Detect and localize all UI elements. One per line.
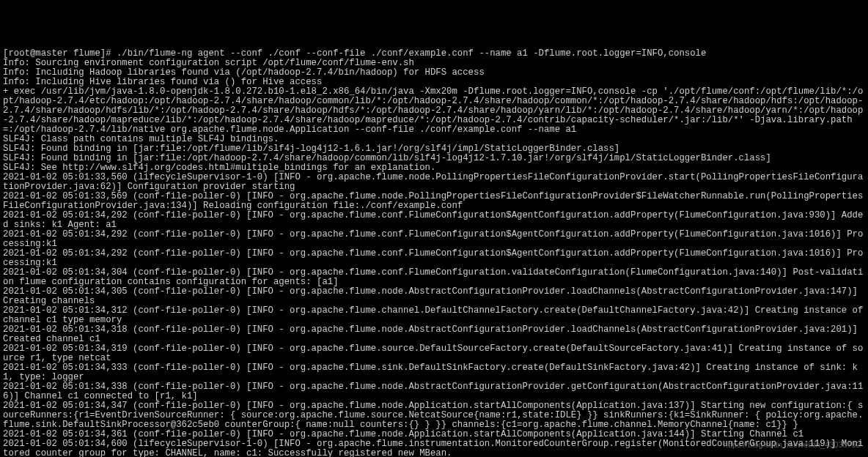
terminal-line: 2021-01-02 05:01:34,338 (conf-file-polle…: [3, 382, 865, 401]
terminal-line: 2021-01-02 05:01:34,347 (conf-file-polle…: [3, 401, 865, 430]
terminal-line: 2021-01-02 05:01:34,319 (conf-file-polle…: [3, 344, 865, 363]
terminal-line: 2021-01-02 05:01:34,318 (conf-file-polle…: [3, 325, 865, 344]
terminal-line: 2021-01-02 05:01:33,560 (lifecycleSuperv…: [3, 173, 865, 192]
terminal-line: 2021-01-02 05:01:34,292 (conf-file-polle…: [3, 249, 865, 268]
watermark-text: https://blog.csdn.net/weixin_43038752: [724, 440, 861, 450]
terminal-line: 2021-01-02 05:01:34,312 (conf-file-polle…: [3, 306, 865, 325]
terminal-line: 2021-01-02 05:01:34,292 (conf-file-polle…: [3, 230, 865, 249]
terminal-line: 2021-01-02 05:01:33,569 (conf-file-polle…: [3, 192, 865, 211]
terminal-line: 2021-01-02 05:01:34,333 (conf-file-polle…: [3, 363, 865, 382]
terminal-output[interactable]: [root@master flume]# ./bin/flume-ng agen…: [0, 48, 868, 457]
terminal-line: 2021-01-02 05:01:34,305 (conf-file-polle…: [3, 287, 865, 306]
terminal-line: 2021-01-02 05:01:34,304 (conf-file-polle…: [3, 268, 865, 287]
terminal-line: + exec /usr/lib/jvm/java-1.8.0-openjdk-1…: [3, 87, 865, 135]
terminal-line: 2021-01-02 05:01:34,292 (conf-file-polle…: [3, 211, 865, 230]
